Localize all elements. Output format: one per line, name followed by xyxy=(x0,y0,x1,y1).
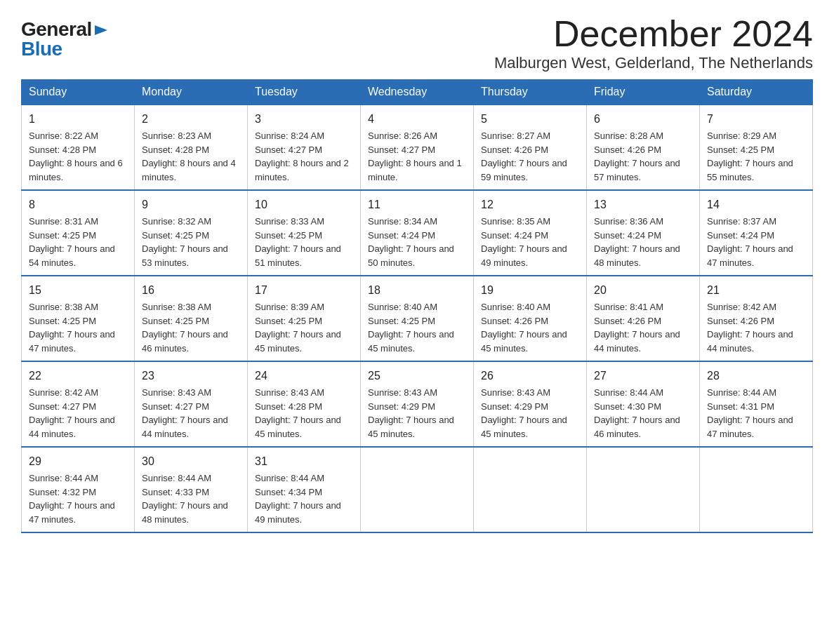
sunrise-label: Sunrise: 8:22 AM xyxy=(29,130,98,141)
daylight-label: Daylight: 7 hours and 51 minutes. xyxy=(255,243,341,268)
page-header: General Blue December 2024 Malburgen Wes… xyxy=(21,14,813,72)
sunset-label: Sunset: 4:26 PM xyxy=(594,145,661,155)
sunrise-label: Sunrise: 8:37 AM xyxy=(707,216,776,227)
daylight-label: Daylight: 7 hours and 48 minutes. xyxy=(142,500,228,525)
daylight-label: Daylight: 7 hours and 47 minutes. xyxy=(707,415,793,439)
calendar-cell: 1 Sunrise: 8:22 AM Sunset: 4:28 PM Dayli… xyxy=(22,105,135,190)
calendar-cell: 21 Sunrise: 8:42 AM Sunset: 4:26 PM Dayl… xyxy=(700,276,813,361)
logo-blue: Blue xyxy=(21,38,62,60)
calendar-cell: 25 Sunrise: 8:43 AM Sunset: 4:29 PM Dayl… xyxy=(361,361,474,447)
logo-arrow-icon xyxy=(93,22,109,38)
sunset-label: Sunset: 4:25 PM xyxy=(707,145,774,155)
calendar-cell: 27 Sunrise: 8:44 AM Sunset: 4:30 PM Dayl… xyxy=(587,361,700,447)
daylight-label: Daylight: 8 hours and 6 minutes. xyxy=(29,158,123,182)
calendar-header-row: Sunday Monday Tuesday Wednesday Thursday… xyxy=(22,80,813,105)
sunrise-label: Sunrise: 8:42 AM xyxy=(707,302,776,312)
sunset-label: Sunset: 4:32 PM xyxy=(29,487,96,497)
calendar-cell: 7 Sunrise: 8:29 AM Sunset: 4:25 PM Dayli… xyxy=(700,105,813,190)
sunset-label: Sunset: 4:27 PM xyxy=(142,401,209,412)
calendar-cell: 10 Sunrise: 8:33 AM Sunset: 4:25 PM Dayl… xyxy=(248,190,361,276)
header-wednesday: Wednesday xyxy=(361,80,474,105)
calendar-cell: 24 Sunrise: 8:43 AM Sunset: 4:28 PM Dayl… xyxy=(248,361,361,447)
sunset-label: Sunset: 4:28 PM xyxy=(142,145,209,155)
sunrise-label: Sunrise: 8:32 AM xyxy=(142,216,211,227)
sunset-label: Sunset: 4:34 PM xyxy=(255,487,322,497)
day-number: 18 xyxy=(368,282,466,299)
week-row-5: 29 Sunrise: 8:44 AM Sunset: 4:32 PM Dayl… xyxy=(22,447,813,532)
sunrise-label: Sunrise: 8:43 AM xyxy=(255,387,324,398)
day-number: 30 xyxy=(142,453,240,470)
calendar-cell: 8 Sunrise: 8:31 AM Sunset: 4:25 PM Dayli… xyxy=(22,190,135,276)
sunset-label: Sunset: 4:25 PM xyxy=(255,316,322,326)
sunrise-label: Sunrise: 8:44 AM xyxy=(255,473,324,483)
daylight-label: Daylight: 7 hours and 49 minutes. xyxy=(255,500,341,525)
calendar-table: Sunday Monday Tuesday Wednesday Thursday… xyxy=(21,79,813,533)
title-block: December 2024 Malburgen West, Gelderland… xyxy=(494,14,813,72)
sunset-label: Sunset: 4:24 PM xyxy=(481,230,548,241)
daylight-label: Daylight: 7 hours and 53 minutes. xyxy=(142,243,228,268)
sunrise-label: Sunrise: 8:44 AM xyxy=(29,473,98,483)
day-number: 26 xyxy=(481,368,579,384)
sunset-label: Sunset: 4:29 PM xyxy=(368,401,435,412)
sunrise-label: Sunrise: 8:33 AM xyxy=(255,216,324,227)
sunrise-label: Sunrise: 8:27 AM xyxy=(481,130,550,141)
day-number: 7 xyxy=(707,111,805,128)
daylight-label: Daylight: 8 hours and 1 minute. xyxy=(368,158,462,182)
day-number: 15 xyxy=(29,282,127,299)
daylight-label: Daylight: 7 hours and 47 minutes. xyxy=(29,329,115,354)
sunrise-label: Sunrise: 8:41 AM xyxy=(594,302,663,312)
daylight-label: Daylight: 7 hours and 50 minutes. xyxy=(368,243,454,268)
calendar-cell: 18 Sunrise: 8:40 AM Sunset: 4:25 PM Dayl… xyxy=(361,276,474,361)
sunset-label: Sunset: 4:26 PM xyxy=(594,316,661,326)
location-subtitle: Malburgen West, Gelderland, The Netherla… xyxy=(494,54,813,72)
calendar-cell: 4 Sunrise: 8:26 AM Sunset: 4:27 PM Dayli… xyxy=(361,105,474,190)
sunset-label: Sunset: 4:30 PM xyxy=(594,401,661,412)
daylight-label: Daylight: 7 hours and 55 minutes. xyxy=(707,158,793,182)
daylight-label: Daylight: 7 hours and 44 minutes. xyxy=(707,329,793,354)
calendar-cell xyxy=(474,447,587,532)
sunset-label: Sunset: 4:25 PM xyxy=(29,230,96,241)
day-number: 12 xyxy=(481,196,579,213)
svg-marker-0 xyxy=(95,25,107,35)
calendar-cell xyxy=(700,447,813,532)
header-thursday: Thursday xyxy=(474,80,587,105)
day-number: 16 xyxy=(142,282,240,299)
sunset-label: Sunset: 4:27 PM xyxy=(368,145,435,155)
day-number: 20 xyxy=(594,282,692,299)
sunrise-label: Sunrise: 8:43 AM xyxy=(368,387,437,398)
day-number: 10 xyxy=(255,196,353,213)
day-number: 8 xyxy=(29,196,127,213)
day-number: 2 xyxy=(142,111,240,128)
calendar-cell: 19 Sunrise: 8:40 AM Sunset: 4:26 PM Dayl… xyxy=(474,276,587,361)
calendar-cell: 28 Sunrise: 8:44 AM Sunset: 4:31 PM Dayl… xyxy=(700,361,813,447)
sunrise-label: Sunrise: 8:31 AM xyxy=(29,216,98,227)
day-number: 6 xyxy=(594,111,692,128)
daylight-label: Daylight: 7 hours and 48 minutes. xyxy=(594,243,680,268)
daylight-label: Daylight: 7 hours and 45 minutes. xyxy=(368,415,454,439)
sunset-label: Sunset: 4:29 PM xyxy=(481,401,548,412)
day-number: 9 xyxy=(142,196,240,213)
daylight-label: Daylight: 7 hours and 45 minutes. xyxy=(368,329,454,354)
sunset-label: Sunset: 4:25 PM xyxy=(142,230,209,241)
logo-general: General xyxy=(21,20,92,39)
sunrise-label: Sunrise: 8:35 AM xyxy=(481,216,550,227)
header-saturday: Saturday xyxy=(700,80,813,105)
logo: General Blue xyxy=(21,20,109,59)
daylight-label: Daylight: 7 hours and 45 minutes. xyxy=(481,415,567,439)
week-row-3: 15 Sunrise: 8:38 AM Sunset: 4:25 PM Dayl… xyxy=(22,276,813,361)
sunset-label: Sunset: 4:25 PM xyxy=(142,316,209,326)
header-sunday: Sunday xyxy=(22,80,135,105)
sunrise-label: Sunrise: 8:29 AM xyxy=(707,130,776,141)
daylight-label: Daylight: 7 hours and 46 minutes. xyxy=(142,329,228,354)
daylight-label: Daylight: 7 hours and 45 minutes. xyxy=(255,329,341,354)
daylight-label: Daylight: 8 hours and 4 minutes. xyxy=(142,158,236,182)
calendar-cell: 23 Sunrise: 8:43 AM Sunset: 4:27 PM Dayl… xyxy=(135,361,248,447)
sunrise-label: Sunrise: 8:40 AM xyxy=(368,302,437,312)
sunrise-label: Sunrise: 8:23 AM xyxy=(142,130,211,141)
sunrise-label: Sunrise: 8:43 AM xyxy=(481,387,550,398)
daylight-label: Daylight: 7 hours and 54 minutes. xyxy=(29,243,115,268)
sunrise-label: Sunrise: 8:26 AM xyxy=(368,130,437,141)
day-number: 5 xyxy=(481,111,579,128)
calendar-cell: 14 Sunrise: 8:37 AM Sunset: 4:24 PM Dayl… xyxy=(700,190,813,276)
sunrise-label: Sunrise: 8:44 AM xyxy=(594,387,663,398)
